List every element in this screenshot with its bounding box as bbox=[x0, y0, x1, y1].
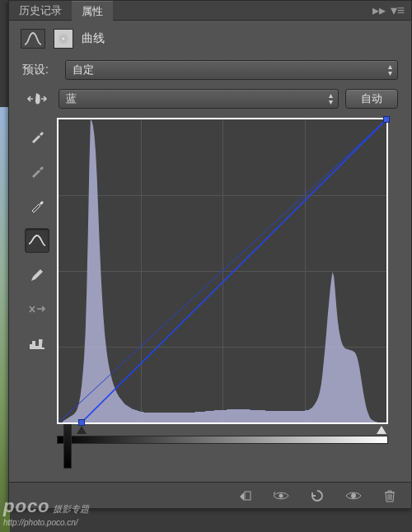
preset-select[interactable]: 自定 ▴▾ bbox=[65, 60, 398, 80]
white-input-slider[interactable] bbox=[377, 426, 386, 434]
adjustment-header: 曲线 bbox=[9, 21, 411, 55]
preset-label: 预设: bbox=[22, 63, 59, 77]
histogram-shape bbox=[59, 119, 386, 422]
visibility-icon[interactable] bbox=[344, 486, 363, 506]
smooth-icon[interactable] bbox=[25, 297, 49, 322]
curve-point-shadow[interactable] bbox=[78, 419, 85, 426]
panel-tabs: 历史记录 属性 ▸▸ ▾≡ bbox=[9, 1, 411, 21]
curves-tool-column: ! bbox=[22, 118, 52, 444]
collapse-icon[interactable]: ▸▸ bbox=[372, 2, 386, 18]
input-sliders bbox=[57, 426, 388, 434]
eyedropper-black-icon[interactable] bbox=[25, 124, 49, 149]
tab-properties[interactable]: 属性 bbox=[72, 1, 113, 21]
svg-rect-3 bbox=[245, 492, 250, 500]
eyedropper-white-icon[interactable] bbox=[25, 194, 49, 218]
svg-text:!: ! bbox=[41, 338, 43, 345]
watermark: poco 摄影专题 http://photo.poco.cn/ bbox=[3, 496, 89, 527]
pencil-icon[interactable] bbox=[25, 263, 49, 287]
layer-mask-thumb[interactable] bbox=[54, 29, 73, 49]
svg-point-4 bbox=[279, 493, 283, 497]
adjustment-title: 曲线 bbox=[82, 31, 105, 46]
preset-value: 自定 bbox=[73, 63, 94, 77]
channel-value: 蓝 bbox=[66, 91, 77, 106]
targeted-adjustment-icon[interactable] bbox=[22, 88, 52, 110]
trash-icon[interactable] bbox=[380, 486, 400, 506]
curve-point-highlight[interactable] bbox=[383, 116, 390, 123]
clip-to-layer-icon[interactable] bbox=[235, 486, 255, 506]
reset-icon[interactable] bbox=[307, 486, 327, 506]
black-input-slider[interactable] bbox=[77, 426, 87, 434]
auto-button[interactable]: 自动 bbox=[345, 89, 398, 109]
histogram-clip-icon[interactable]: ! bbox=[25, 332, 49, 357]
view-previous-icon[interactable] bbox=[271, 486, 291, 506]
input-gradient bbox=[57, 436, 388, 444]
panel-menu-icon[interactable]: ▾≡ bbox=[391, 2, 405, 18]
tab-history[interactable]: 历史记录 bbox=[9, 1, 72, 21]
channel-select[interactable]: 蓝 ▴▾ bbox=[59, 89, 339, 109]
curves-chart[interactable] bbox=[57, 118, 388, 424]
eyedropper-gray-icon[interactable] bbox=[25, 159, 49, 184]
properties-panel: 历史记录 属性 ▸▸ ▾≡ 曲线 预设: 自定 ▴▾ 蓝 ▴▾ bbox=[8, 0, 412, 509]
svg-point-5 bbox=[351, 493, 356, 498]
curves-adjustment-icon bbox=[21, 29, 45, 49]
curve-edit-icon[interactable] bbox=[25, 228, 49, 253]
